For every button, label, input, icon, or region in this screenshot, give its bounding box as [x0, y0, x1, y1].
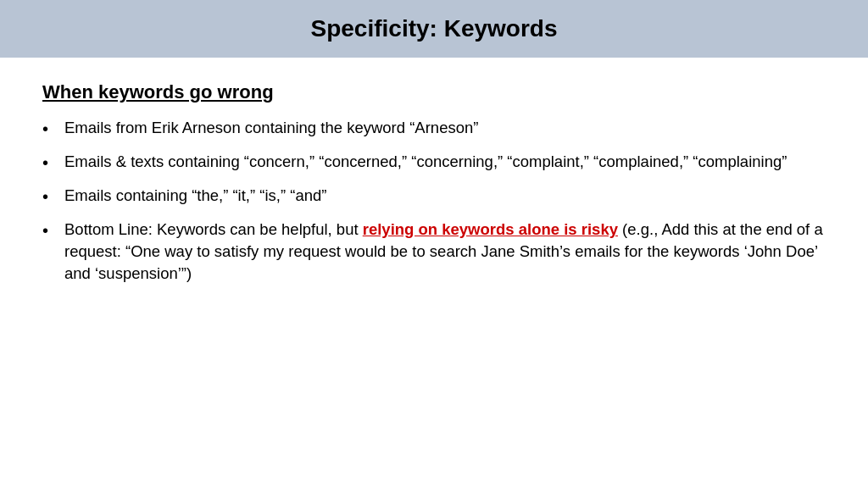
content-area: When keywords go wrong • Emails from Eri… [0, 73, 868, 488]
list-item: • Emails & texts containing “concern,” “… [42, 151, 826, 175]
red-emphasis: relying on keywords alone is risky [363, 220, 618, 238]
bullet-dot: • [42, 219, 61, 242]
list-item: • Emails from Erik Arneson containing th… [42, 117, 826, 141]
bullet-text: Emails & texts containing “concern,” “co… [64, 151, 826, 173]
slide: Specificity: Keywords When keywords go w… [0, 0, 868, 488]
bullet-list: • Emails from Erik Arneson containing th… [42, 117, 826, 285]
bullet-dot: • [42, 117, 61, 141]
header-bar: Specificity: Keywords [0, 0, 868, 58]
bullet-dot: • [42, 151, 61, 175]
list-item: • Bottom Line: Keywords can be helpful, … [42, 219, 826, 285]
bullet-text: Emails from Erik Arneson containing the … [64, 117, 826, 139]
bullet-text-bottom-line: Bottom Line: Keywords can be helpful, bu… [64, 219, 826, 285]
header-title: Specificity: Keywords [311, 15, 558, 42]
bullet-dot: • [42, 185, 61, 208]
section-heading: When keywords go wrong [42, 81, 826, 103]
list-item: • Emails containing “the,” “it,” “is,” “… [42, 185, 826, 208]
bullet-text: Emails containing “the,” “it,” “is,” “an… [64, 185, 826, 207]
